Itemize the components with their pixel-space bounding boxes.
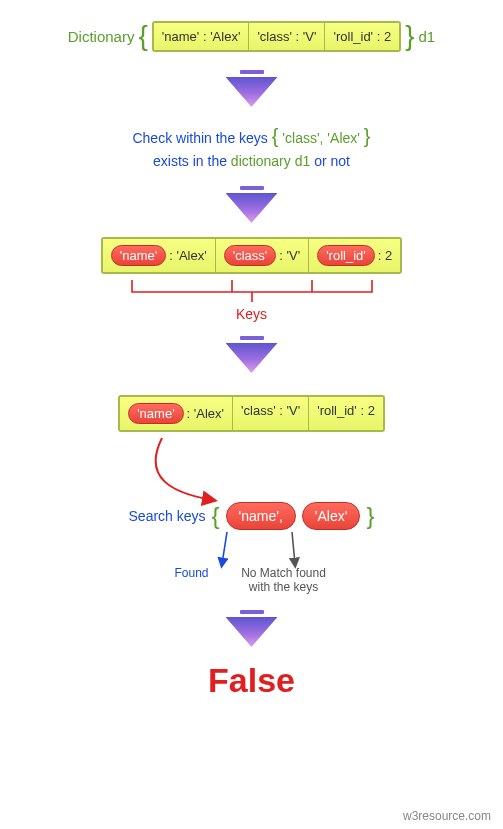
- brace-open: {: [138, 20, 147, 52]
- dict-keys-row: 'name': 'Alex' 'class': 'V' 'roll_id': 2: [101, 237, 403, 274]
- check-line2c: or not: [314, 153, 350, 169]
- dictionary-label: Dictionary: [68, 28, 135, 45]
- svg-line-0: [222, 532, 227, 564]
- curved-arrow: [102, 438, 402, 508]
- dictionary-row: Dictionary { 'name' : 'Alex' 'class' : '…: [68, 20, 435, 52]
- brace-close: }: [405, 20, 414, 52]
- dict-cell: 'class' : 'V': [233, 397, 309, 430]
- bracket-svg: [102, 278, 402, 304]
- result-arrows: [172, 530, 332, 570]
- nomatch-label: No Match found with the keys: [239, 566, 329, 594]
- dict-cell: 'roll_id' : 2: [309, 397, 383, 430]
- keys-label: Keys: [236, 306, 267, 322]
- dict-cell: 'class' : 'V': [249, 23, 325, 50]
- dict-cell: 'roll_id': 2: [309, 239, 400, 272]
- mini-arrow-svg: [172, 530, 352, 570]
- check-dictref: dictionary d1: [231, 153, 310, 169]
- check-line2a: exists in the: [153, 153, 227, 169]
- search-label: Search keys: [129, 508, 206, 524]
- search-results: Found No Match found with the keys: [174, 566, 328, 594]
- key-pill: 'name': [111, 245, 166, 266]
- flow-arrow: [226, 336, 278, 373]
- dict-first-key-row: 'name': 'Alex' 'class' : 'V' 'roll_id' :…: [118, 395, 385, 432]
- flow-arrow: [226, 610, 278, 647]
- flow-arrow: [226, 186, 278, 223]
- diagram-container: Dictionary { 'name' : 'Alex' 'class' : '…: [0, 0, 503, 720]
- key-pill: 'class': [224, 245, 277, 266]
- keys-bracket: Keys: [102, 278, 402, 322]
- dict-varname: d1: [419, 28, 436, 45]
- flow-arrow: [226, 70, 278, 107]
- dict-cells-highlighted: 'name': 'Alex' 'class': 'V' 'roll_id': 2: [101, 237, 403, 274]
- result-false: False: [208, 661, 295, 700]
- dict-cell: 'class': 'V': [216, 239, 309, 272]
- key-pill: 'name': [128, 403, 183, 424]
- check-text: Check within the keys { 'class', 'Alex' …: [132, 121, 370, 172]
- svg-line-1: [292, 532, 295, 564]
- curve-svg: [102, 438, 402, 508]
- check-keys: 'class', 'Alex': [282, 130, 360, 146]
- key-pill: 'roll_id': [317, 245, 375, 266]
- footer-credit: w3resource.com: [403, 809, 491, 823]
- dict-cell: 'name': 'Alex': [120, 397, 233, 430]
- check-line1a: Check within the keys: [132, 130, 267, 146]
- dict-cell: 'name' : 'Alex': [154, 23, 250, 50]
- dict-cells-single-hl: 'name': 'Alex' 'class' : 'V' 'roll_id' :…: [118, 395, 385, 432]
- dict-cells: 'name' : 'Alex' 'class' : 'V' 'roll_id' …: [152, 21, 401, 52]
- result-nomatch: No Match found with the keys: [239, 566, 329, 594]
- dict-cell: 'roll_id' : 2: [325, 23, 399, 50]
- dict-cell: 'name': 'Alex': [103, 239, 216, 272]
